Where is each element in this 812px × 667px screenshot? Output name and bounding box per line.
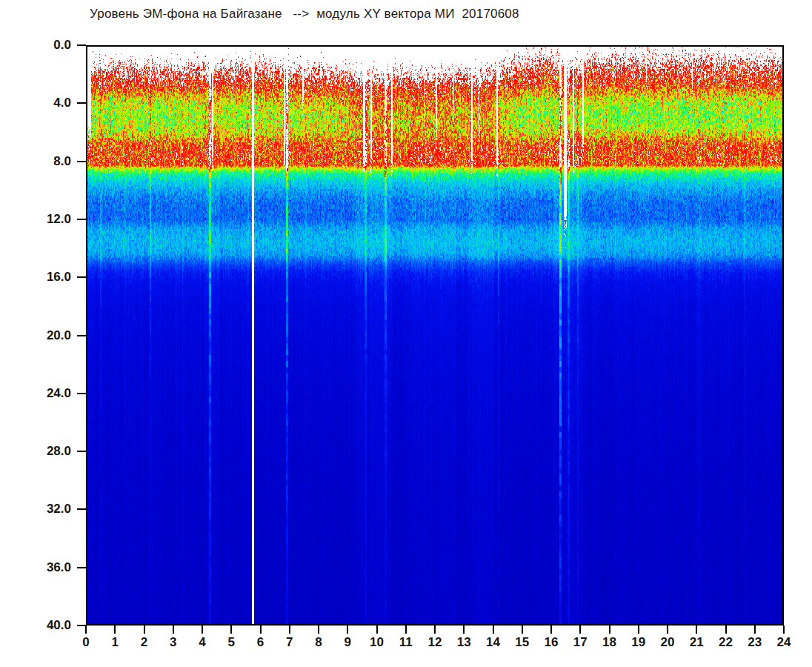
- y-tick-label: 8.0: [15, 154, 71, 169]
- x-tick-label: 10: [362, 635, 392, 650]
- x-tick-label: 11: [391, 635, 421, 650]
- y-tick-label: 24.0: [15, 386, 71, 401]
- x-axis-tick: [609, 625, 610, 634]
- x-axis-tick: [347, 625, 348, 634]
- y-tick-label: 40.0: [15, 618, 71, 633]
- x-tick-label: 9: [333, 635, 362, 650]
- x-tick-label: 8: [304, 635, 333, 650]
- x-tick-label: 24: [769, 635, 799, 650]
- y-axis-tick: [77, 276, 86, 278]
- x-tick-label: 15: [508, 635, 537, 650]
- y-tick-label: 4.0: [15, 96, 71, 110]
- x-axis-tick: [114, 625, 116, 634]
- x-axis-tick: [754, 625, 756, 634]
- x-axis-tick: [376, 625, 378, 634]
- x-axis-tick: [579, 625, 581, 634]
- x-tick-label: 19: [624, 635, 653, 650]
- y-tick-label: 12.0: [15, 212, 71, 227]
- chart-title: Уровень ЭМ-фона на Байгазане --> модуль …: [90, 7, 519, 21]
- x-axis-tick: [550, 625, 552, 634]
- x-tick-label: 3: [159, 635, 188, 650]
- x-axis-tick: [638, 625, 639, 634]
- x-tick-label: 14: [479, 635, 508, 650]
- x-axis-tick: [318, 625, 319, 634]
- plot-frame: [86, 45, 784, 625]
- x-axis-tick: [434, 625, 436, 634]
- x-tick-label: 5: [216, 635, 246, 650]
- x-axis-tick: [85, 625, 87, 634]
- x-tick-label: 12: [420, 635, 450, 650]
- y-axis-tick: [77, 44, 86, 46]
- y-tick-label: 0.0: [15, 38, 71, 53]
- y-axis-tick: [77, 219, 86, 220]
- x-tick-label: 16: [536, 635, 566, 650]
- x-axis-tick: [696, 625, 697, 634]
- x-axis-tick: [289, 625, 290, 634]
- x-tick-label: 18: [595, 635, 625, 650]
- spectrogram-heatmap: [87, 47, 782, 624]
- x-tick-label: 13: [449, 635, 479, 650]
- y-tick-label: 20.0: [15, 328, 71, 343]
- x-axis-tick: [230, 625, 232, 634]
- y-axis-tick: [77, 161, 86, 162]
- x-tick-label: 17: [565, 635, 595, 650]
- x-axis-tick: [260, 625, 262, 634]
- y-axis-tick: [77, 508, 86, 510]
- y-axis-tick: [77, 567, 86, 568]
- y-axis-tick: [77, 102, 86, 104]
- x-tick-label: 23: [740, 635, 770, 650]
- x-tick-label: 6: [246, 635, 276, 650]
- x-tick-label: 0: [71, 635, 101, 650]
- x-tick-label: 2: [130, 635, 159, 650]
- x-axis-tick: [173, 625, 174, 634]
- y-axis-tick: [77, 393, 86, 394]
- x-axis-tick: [667, 625, 668, 634]
- y-tick-label: 36.0: [15, 560, 71, 575]
- x-axis-tick: [783, 625, 785, 634]
- x-axis-tick: [202, 625, 203, 634]
- y-axis-tick: [77, 451, 86, 452]
- x-axis-tick: [725, 625, 727, 634]
- x-axis-tick: [144, 625, 145, 634]
- x-tick-label: 22: [711, 635, 741, 650]
- x-axis-tick: [522, 625, 523, 634]
- em-background-spectrogram-window: Уровень ЭМ-фона на Байгазане --> модуль …: [0, 0, 812, 667]
- y-tick-label: 32.0: [15, 502, 71, 517]
- x-tick-label: 4: [187, 635, 217, 650]
- x-axis-tick: [493, 625, 494, 634]
- x-axis-tick: [463, 625, 465, 634]
- x-axis-tick: [405, 625, 407, 634]
- y-tick-label: 28.0: [15, 444, 71, 459]
- y-axis-tick: [77, 335, 86, 336]
- x-tick-label: 7: [275, 635, 304, 650]
- x-tick-label: 1: [100, 635, 130, 650]
- y-tick-label: 16.0: [15, 270, 71, 285]
- x-tick-label: 20: [653, 635, 682, 650]
- x-tick-label: 21: [682, 635, 711, 650]
